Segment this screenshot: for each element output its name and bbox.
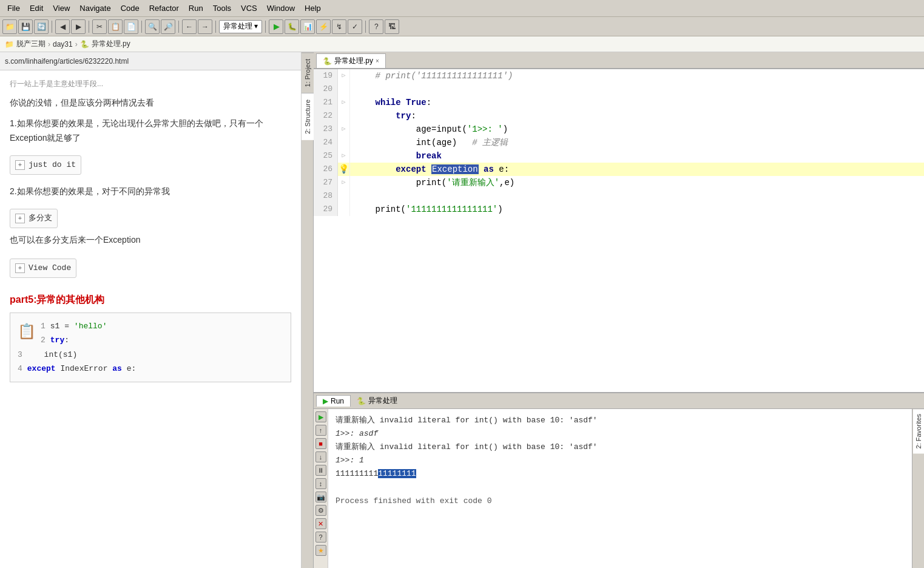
editor-tab-close[interactable]: × — [376, 58, 379, 64]
run-step-btn[interactable]: ↕ — [315, 478, 326, 489]
bottom-tab-file[interactable]: 🐍 异常处理 — [351, 394, 403, 407]
breadcrumb-sep-1: › — [48, 40, 50, 49]
toolbar-new-btn[interactable]: 📁 — [2, 19, 17, 34]
left-panel: s.com/linhaifeng/articles/6232220.html 行… — [0, 52, 302, 568]
run-up-btn[interactable]: ↑ — [315, 425, 326, 436]
toolbar-sep5 — [215, 21, 216, 33]
toolbar-paste-btn[interactable]: 📄 — [124, 19, 138, 34]
gutter-26: 💡 — [338, 163, 350, 176]
main-layout: s.com/linhaifeng/articles/6232220.html 行… — [0, 52, 924, 568]
line-num-23: 23 — [314, 123, 338, 136]
breadcrumb-item-3[interactable]: 🐍 异常处理.py — [80, 39, 130, 49]
breadcrumb-folder-icon: 📁 — [5, 40, 14, 49]
side-tab-structure[interactable]: 2: Structure — [302, 93, 314, 140]
line-num-29: 29 — [314, 203, 338, 216]
run-question-btn[interactable]: ? — [315, 532, 326, 543]
expand-btn-1[interactable]: + — [15, 160, 25, 170]
code-line-20: 20 — [314, 83, 924, 96]
article-intro-cut: 行一站上手是主意处理手段... — [10, 78, 291, 90]
menu-item-code[interactable]: Code — [116, 2, 144, 14]
gutter-29 — [338, 203, 350, 216]
menu-item-vcs[interactable]: VCS — [236, 2, 262, 14]
run-camera-btn[interactable]: 📷 — [315, 492, 326, 502]
code-block-2[interactable]: + 多分支 — [10, 209, 58, 228]
toolbar-profile-btn[interactable]: ⚡ — [316, 19, 331, 34]
toolbar-back-btn[interactable]: ◀ — [55, 19, 70, 34]
run-down-btn[interactable]: ↓ — [315, 451, 326, 462]
line-content-29: print('1111111111111111') — [350, 203, 924, 216]
line-content-19: # print('1111111111111111') — [350, 69, 924, 83]
run-config-dropdown[interactable]: 异常处理 ▾ — [219, 20, 262, 33]
code-block-1[interactable]: + just do it — [10, 155, 81, 175]
menu-item-edit[interactable]: Edit — [25, 2, 48, 14]
expand-btn-2[interactable]: + — [15, 214, 25, 223]
selected-output: 11111111 — [378, 469, 416, 478]
line-num-19: 19 — [314, 69, 338, 83]
toolbar-nav-back-btn[interactable]: ← — [182, 19, 197, 34]
toolbar-sep6 — [265, 21, 266, 33]
menu-item-file[interactable]: File — [2, 2, 25, 14]
menu-item-run[interactable]: Run — [184, 2, 208, 14]
run-close-btn[interactable]: ✕ — [315, 518, 326, 529]
toolbar-sep1 — [52, 21, 52, 33]
toolbar-search2-btn[interactable]: 🔎 — [161, 19, 175, 34]
breadcrumb-sep-2: › — [75, 40, 78, 49]
line-num-22: 22 — [314, 109, 338, 123]
toolbar-check-btn[interactable]: ✓ — [348, 19, 362, 34]
line-num-20: 20 — [314, 83, 338, 96]
menu-item-window[interactable]: Window — [262, 2, 300, 14]
breadcrumb-item-2[interactable]: day31 — [53, 40, 73, 49]
toolbar-sep7 — [365, 21, 366, 33]
toolbar-debug-btn[interactable]: 🐛 — [285, 19, 299, 34]
code-block-3[interactable]: + View Code — [10, 259, 76, 278]
toolbar-sync-btn[interactable]: 🔄 — [34, 19, 49, 34]
toolbar-sdk-btn[interactable]: 🏗 — [385, 19, 399, 34]
expand-btn-3[interactable]: + — [15, 263, 25, 273]
breadcrumb-item-1[interactable]: 脱产三期 — [16, 39, 46, 49]
toolbar-nav-fwd-btn[interactable]: → — [198, 19, 212, 34]
bottom-panel-tabs: ▶ Run 🐍 异常处理 — [314, 393, 924, 409]
menu-items: FileEditViewNavigateCodeRefactorRunTools… — [2, 2, 326, 14]
toolbar-search-btn[interactable]: 🔍 — [145, 19, 160, 34]
gutter-19: ▷ — [338, 69, 350, 83]
line-content-27: print('请重新输入',e) — [350, 176, 924, 189]
toolbar-sep2 — [89, 21, 89, 33]
code-block-1-label: just do it — [29, 158, 76, 172]
code-editor[interactable]: 19 ▷ # print('1111111111111111') 20 21 ▷… — [314, 69, 924, 392]
run-output: 请重新输入 invalid literal for int() with bas… — [328, 409, 912, 568]
output-line-process: Process finished with exit code 0 — [336, 495, 905, 508]
bottom-tab-run[interactable]: ▶ Run — [316, 395, 351, 407]
run-pause-btn[interactable]: ⏸ — [315, 465, 326, 476]
run-star-btn[interactable]: ★ — [315, 545, 326, 556]
code-line-2: 2try: — [18, 333, 283, 347]
toolbar-cut-btn[interactable]: ✂ — [92, 19, 107, 34]
toolbar-run-btn[interactable]: ▶ — [269, 19, 283, 34]
run-play-btn[interactable]: ▶ — [315, 411, 326, 422]
editor-tab-main[interactable]: 🐍 异常处理.py × — [316, 53, 386, 68]
menu-item-view[interactable]: View — [48, 2, 75, 14]
toolbar-forward-btn[interactable]: ▶ — [71, 19, 86, 34]
menu-item-tools[interactable]: Tools — [208, 2, 236, 14]
line-content-23: age=input('1>>: ') — [350, 123, 924, 136]
toolbar-save-btn[interactable]: 💾 — [18, 19, 33, 34]
menu-item-navigate[interactable]: Navigate — [75, 2, 115, 14]
code-lines: 19 ▷ # print('1111111111111111') 20 21 ▷… — [314, 69, 924, 216]
code-snippet: 📋 1s1 = 'hello' 2try: 3 int(s1) 4except … — [10, 313, 291, 383]
side-tab-project[interactable]: 1: Project — [302, 52, 314, 93]
output-line-4: 1>>: 1 — [336, 454, 905, 467]
menu-item-refactor[interactable]: Refactor — [144, 2, 184, 14]
toolbar-sep4 — [178, 21, 179, 33]
run-settings-btn[interactable]: ⚙ — [315, 505, 326, 516]
gutter-25: ▷ — [338, 149, 350, 163]
menu-item-help[interactable]: Help — [300, 2, 326, 14]
output-line-blank — [336, 481, 905, 494]
toolbar-help-btn[interactable]: ? — [369, 19, 383, 34]
toolbar-copy-btn[interactable]: 📋 — [108, 19, 123, 34]
code-line-27: 27 ▷ print('请重新输入',e) — [314, 176, 924, 189]
bottom-side-tab-favorites[interactable]: 2: Favorites — [913, 409, 924, 453]
run-stop-btn[interactable]: ■ — [315, 438, 326, 449]
toolbar-concurrency-btn[interactable]: ↯ — [332, 19, 346, 34]
code-block-3-label: View Code — [29, 262, 71, 275]
toolbar-coverage-btn[interactable]: 📊 — [300, 19, 315, 34]
bottom-panel: ▶ Run 🐍 异常处理 ▶ ↑ ■ ↓ ⏸ ↕ 📷 ⚙ — [314, 392, 924, 568]
